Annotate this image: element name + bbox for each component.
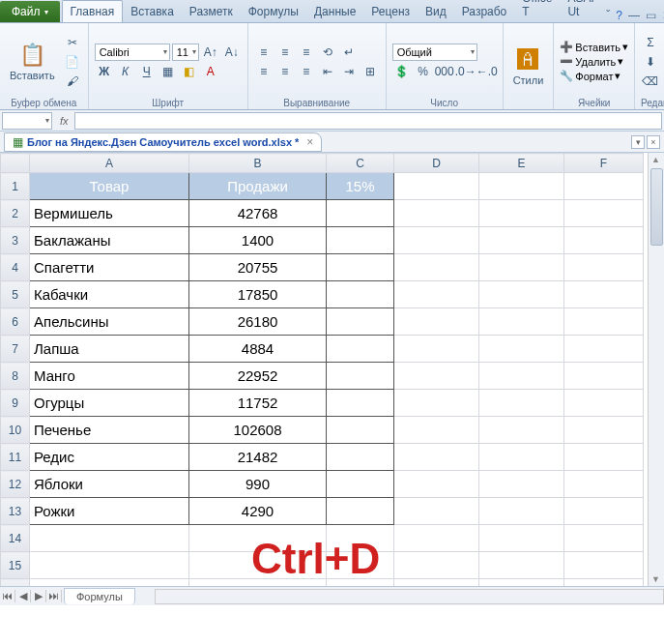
- currency-button[interactable]: 💲: [392, 63, 412, 80]
- cell-A12[interactable]: Яблоки: [30, 471, 189, 498]
- row-header[interactable]: 2: [1, 200, 30, 227]
- horizontal-scrollbar[interactable]: [155, 589, 664, 604]
- cell-D2[interactable]: [394, 200, 479, 227]
- cell-E9[interactable]: [479, 390, 564, 417]
- tab-data[interactable]: Данные: [306, 1, 363, 22]
- cell-D14[interactable]: [394, 525, 479, 552]
- cell-B6[interactable]: 26180: [189, 308, 327, 336]
- file-tab[interactable]: Файл: [0, 1, 60, 22]
- cell-E3[interactable]: [479, 227, 564, 254]
- cell-C12[interactable]: [327, 471, 394, 498]
- row-header[interactable]: 12: [1, 471, 30, 498]
- align-middle-button[interactable]: ≡: [275, 44, 295, 61]
- cell-D12[interactable]: [394, 471, 479, 498]
- cell-F11[interactable]: [564, 444, 644, 471]
- tab-insert[interactable]: Вставка: [123, 1, 182, 22]
- fill-color-button[interactable]: ◧: [180, 63, 199, 80]
- cell-C11[interactable]: [327, 444, 394, 471]
- cell-F7[interactable]: [564, 336, 644, 363]
- window-restore-icon[interactable]: ▭: [646, 9, 656, 22]
- cell-D1[interactable]: [394, 173, 479, 200]
- cell-C9[interactable]: [327, 390, 394, 417]
- merge-button[interactable]: ⊞: [361, 63, 380, 80]
- number-format-combo[interactable]: Общий: [392, 44, 477, 61]
- cell-F1[interactable]: [564, 173, 644, 200]
- formula-input[interactable]: [74, 112, 662, 130]
- row-header[interactable]: 10: [1, 417, 30, 444]
- cell-E14[interactable]: [479, 525, 564, 552]
- row-header[interactable]: 15: [1, 552, 30, 579]
- cell-E15[interactable]: [479, 552, 564, 579]
- cell-C1[interactable]: 15%: [327, 173, 394, 200]
- align-center-button[interactable]: ≡: [275, 63, 295, 80]
- col-header-F[interactable]: F: [564, 154, 644, 173]
- help-icon[interactable]: ?: [616, 9, 622, 22]
- cell-A11[interactable]: Редис: [30, 444, 189, 471]
- styles-button[interactable]: 🅰 Стили: [509, 26, 548, 107]
- row-header[interactable]: 8: [1, 363, 30, 390]
- cell-F12[interactable]: [564, 471, 644, 498]
- cell-F15[interactable]: [564, 552, 644, 579]
- cell-A13[interactable]: Рожки: [30, 498, 189, 525]
- cell-C4[interactable]: [327, 254, 394, 281]
- cell-E7[interactable]: [479, 336, 564, 363]
- cell-F14[interactable]: [564, 525, 644, 552]
- autosum-button[interactable]: Σ: [641, 34, 660, 51]
- cell-C10[interactable]: [327, 417, 394, 444]
- cell-D13[interactable]: [394, 498, 479, 525]
- cell-A14[interactable]: [30, 525, 189, 552]
- comma-button[interactable]: 000: [435, 63, 454, 80]
- sheet-nav-last[interactable]: ⏭: [46, 590, 62, 602]
- cell-F10[interactable]: [564, 417, 644, 444]
- cell-B10[interactable]: 102608: [189, 417, 327, 444]
- cell-F4[interactable]: [564, 254, 644, 281]
- close-workbook-icon[interactable]: ×: [306, 135, 313, 149]
- cell-E6[interactable]: [479, 308, 564, 336]
- cell-A9[interactable]: Огурцы: [30, 390, 189, 417]
- cell-E13[interactable]: [479, 498, 564, 525]
- cell-A6[interactable]: Апельсины: [30, 308, 189, 336]
- cell-C6[interactable]: [327, 308, 394, 336]
- sheet-tab[interactable]: Формулы: [64, 588, 135, 604]
- row-header[interactable]: 14: [1, 525, 30, 552]
- font-color-button[interactable]: A: [201, 63, 220, 80]
- cell-A10[interactable]: Печенье: [30, 417, 189, 444]
- cell-A3[interactable]: Баклажаны: [30, 227, 189, 254]
- cell-C15[interactable]: [327, 552, 394, 579]
- orientation-button[interactable]: ⟲: [318, 44, 337, 61]
- col-header-E[interactable]: E: [479, 154, 564, 173]
- cell-B14[interactable]: [189, 525, 327, 552]
- cell-C3[interactable]: [327, 227, 394, 254]
- tab-developer[interactable]: Разрабо: [454, 1, 515, 22]
- row-header[interactable]: 11: [1, 444, 30, 471]
- row-header[interactable]: 4: [1, 254, 30, 281]
- decrease-indent-button[interactable]: ⇤: [318, 63, 337, 80]
- col-header-D[interactable]: D: [394, 154, 479, 173]
- cell-B5[interactable]: 17850: [189, 281, 327, 308]
- align-top-button[interactable]: ≡: [254, 44, 274, 61]
- row-header[interactable]: 1: [1, 173, 30, 200]
- fill-button[interactable]: ⬇: [641, 53, 660, 71]
- cell-D11[interactable]: [394, 444, 479, 471]
- fx-icon[interactable]: fx: [54, 115, 74, 127]
- tab-home[interactable]: Главная: [62, 0, 124, 22]
- cell-E4[interactable]: [479, 254, 564, 281]
- cell-B9[interactable]: 11752: [189, 390, 327, 417]
- wb-close-icon[interactable]: ×: [647, 135, 660, 149]
- minimize-ribbon-icon[interactable]: ˇ: [606, 9, 610, 22]
- cell-B3[interactable]: 1400: [189, 227, 327, 254]
- insert-cells-button[interactable]: ➕Вставить ▾: [560, 41, 628, 53]
- cell-F3[interactable]: [564, 227, 644, 254]
- cell-D15[interactable]: [394, 552, 479, 579]
- cell-D9[interactable]: [394, 390, 479, 417]
- align-left-button[interactable]: ≡: [254, 63, 274, 80]
- cell-F6[interactable]: [564, 308, 644, 336]
- border-button[interactable]: ▦: [159, 63, 178, 80]
- cell-D8[interactable]: [394, 363, 479, 390]
- select-all-corner[interactable]: [1, 154, 30, 173]
- cell-B11[interactable]: 21482: [189, 444, 327, 471]
- workbook-tab[interactable]: ▦ Блог на Яндекс.Дзен Самоучитель excel …: [4, 132, 322, 152]
- decrease-decimal-button[interactable]: ←.0: [477, 63, 497, 80]
- cell-A8[interactable]: Манго: [30, 363, 189, 390]
- tab-formulas[interactable]: Формулы: [241, 1, 306, 22]
